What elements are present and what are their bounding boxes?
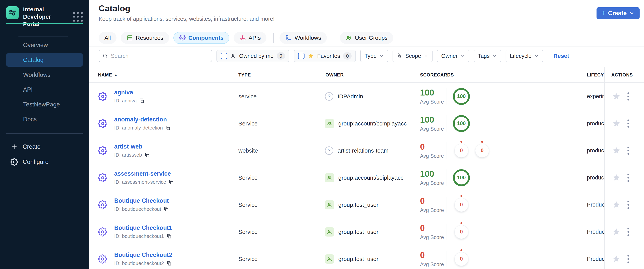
more-actions-icon[interactable] [626, 145, 630, 156]
sidebar-item-catalog[interactable]: Catalog [6, 53, 83, 67]
type-dropdown-label: Type [364, 53, 376, 59]
score-gauge[interactable]: 100 [455, 117, 468, 130]
component-name-link[interactable]: artist-web [114, 143, 150, 150]
owner-name: group:account/ccmplayacc [338, 120, 406, 127]
favorite-star-icon[interactable] [612, 201, 620, 209]
sidebar-item-workflows[interactable]: Workflows [0, 67, 89, 82]
component-type: Service [238, 110, 321, 137]
sidebar-menu: Overview Catalog Workflows API TestNewPa… [0, 38, 89, 127]
component-gear-icon [98, 200, 107, 210]
owner-dropdown[interactable]: Owner [437, 50, 469, 62]
lifecycle-value: experimental [587, 83, 604, 110]
sidebar: Internal Developer Portal Overview Catal… [0, 0, 89, 269]
avg-score-label: Avg Score [420, 153, 446, 159]
favorites-filter[interactable]: Favorites 0 [294, 50, 356, 62]
component-name-link[interactable]: assessment-service [114, 170, 174, 177]
component-name-link[interactable]: Boutique Checkout1 [114, 225, 172, 231]
copy-icon[interactable] [165, 125, 170, 131]
table-row: Boutique Checkout1 ID: boutiquecheckout1… [89, 218, 644, 245]
more-actions-icon[interactable] [626, 227, 630, 237]
score-divider [446, 224, 447, 240]
create-button-label: Create [608, 10, 627, 17]
type-dropdown[interactable]: Type [360, 50, 388, 62]
sidebar-create-button[interactable]: Create [0, 140, 89, 154]
favorite-star-icon[interactable] [612, 92, 620, 101]
tab-apis[interactable]: APIs [234, 32, 266, 44]
sidebar-item-docs[interactable]: Docs [0, 112, 89, 127]
score-gauge[interactable]: 0 [455, 225, 468, 239]
page-subtitle: Keep track of applications, services, we… [98, 16, 275, 22]
scope-dropdown[interactable]: Scope [392, 50, 432, 62]
favorite-star-icon[interactable] [612, 146, 620, 155]
avg-score-value: 100 [420, 169, 446, 179]
app-grid-icon[interactable] [73, 12, 83, 22]
lifecycle-dropdown[interactable]: Lifecycle [506, 50, 543, 62]
more-actions-icon[interactable] [626, 118, 630, 129]
sidebar-item-api[interactable]: API [0, 82, 89, 97]
owned-by-me-filter[interactable]: Owned by me 0 [216, 50, 289, 62]
search-box[interactable] [98, 50, 212, 62]
avg-score-label: Avg Score [420, 262, 446, 268]
score-gauge[interactable]: 100 [455, 90, 468, 103]
sidebar-configure-button[interactable]: Configure [0, 155, 89, 169]
component-name-link[interactable]: Boutique Checkout [114, 197, 169, 204]
tab-components[interactable]: Components [174, 32, 229, 44]
reset-filters-link[interactable]: Reset [554, 53, 569, 59]
favorite-star-icon[interactable] [612, 255, 620, 263]
favorites-checkbox[interactable] [298, 53, 304, 59]
component-type: website [238, 137, 321, 164]
filter-bar: Owned by me 0 Favorites 0 Type Scope Own… [89, 49, 644, 63]
copy-icon[interactable] [168, 180, 174, 185]
score-gauge[interactable]: 0 [455, 144, 468, 157]
more-actions-icon[interactable] [626, 200, 630, 210]
tab-user-groups[interactable]: User Groups [340, 32, 393, 44]
copy-icon[interactable] [166, 261, 172, 266]
component-name-link[interactable]: Boutique Checkout2 [114, 252, 172, 259]
score-gauge-value: 0 [460, 256, 463, 262]
score-divider [446, 251, 447, 267]
score-gauge-value: 0 [460, 229, 463, 235]
more-actions-icon[interactable] [626, 173, 630, 183]
score-gauge[interactable]: 0 [455, 252, 468, 266]
tab-all[interactable]: All [98, 32, 116, 44]
table-row: assessment-service ID: assessment-servic… [89, 164, 644, 191]
copy-icon[interactable] [164, 207, 169, 212]
tab-workflows[interactable]: Workflows [280, 32, 327, 44]
avg-score-label: Avg Score [420, 235, 446, 240]
favorite-star-icon[interactable] [612, 174, 620, 182]
tags-dropdown[interactable]: Tags [474, 50, 501, 62]
favorite-star-icon[interactable] [612, 119, 620, 128]
copy-icon[interactable] [166, 234, 172, 239]
avg-score-value: 0 [420, 142, 446, 152]
score-divider [446, 170, 447, 186]
copy-icon[interactable] [144, 152, 150, 158]
score-divider [446, 197, 447, 213]
score-gauge[interactable]: 0 [455, 198, 468, 212]
create-button[interactable]: + Create [596, 7, 640, 19]
search-input[interactable] [111, 53, 208, 59]
column-header-name[interactable]: NAME▲ [98, 67, 118, 83]
score-gauge[interactable]: 0 [476, 144, 489, 157]
scorecard-gauges: 100 [453, 115, 470, 132]
tab-separator [273, 33, 274, 43]
tab-resources[interactable]: Resources [121, 32, 169, 44]
owned-by-me-checkbox[interactable] [221, 53, 227, 59]
search-icon [102, 53, 108, 59]
component-name-link[interactable]: agniva [114, 89, 144, 96]
score-divider [446, 142, 447, 159]
table-row: anomaly-detection ID: anomaly-detection … [89, 110, 644, 137]
owner-name: artist-relations-team [338, 147, 388, 154]
more-actions-icon[interactable] [626, 91, 630, 102]
score-gauge-value: 100 [457, 175, 466, 181]
score-gauge[interactable]: 100 [455, 171, 468, 185]
sidebar-item-testnewpage[interactable]: TestNewPage [0, 97, 89, 112]
more-actions-icon[interactable] [626, 254, 630, 264]
owner-name: group:test_user [338, 202, 378, 208]
favorite-star-icon[interactable] [612, 228, 620, 236]
component-type: Service [238, 191, 321, 218]
brand-title: Internal Developer Portal [23, 6, 67, 28]
component-name-link[interactable]: anomaly-detection [114, 116, 170, 123]
score-gauge-value: 100 [457, 93, 466, 99]
sidebar-item-overview[interactable]: Overview [0, 38, 89, 52]
copy-icon[interactable] [139, 98, 144, 104]
